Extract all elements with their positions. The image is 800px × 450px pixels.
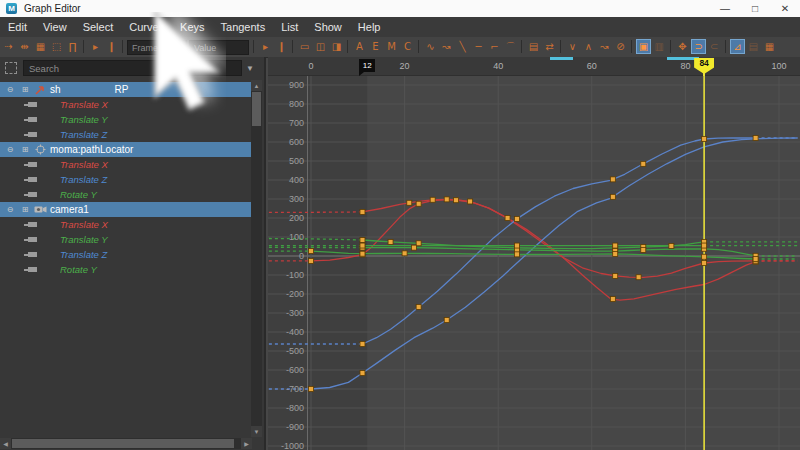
move-nearest-picked-key-tool[interactable]: ✥ <box>675 39 690 54</box>
free-tangent-weight-icon[interactable]: ↝ <box>597 39 612 54</box>
keyframe[interactable] <box>430 197 435 202</box>
horizontal-scrollbar[interactable]: ◀ ▶ <box>0 438 252 449</box>
sh_RP.translateX-curve[interactable] <box>363 199 756 300</box>
frame-field[interactable] <box>127 40 187 55</box>
show-value-stats-icon[interactable]: ◨ <box>329 39 344 54</box>
outliner-channel-row[interactable]: Translate Y <box>0 112 254 127</box>
keyframe[interactable] <box>416 201 421 206</box>
next-key-icon[interactable]: ▸ <box>258 39 273 54</box>
camera1.rotateY-curve[interactable] <box>311 251 756 259</box>
unify-tangents-icon[interactable]: ∧ <box>581 39 596 54</box>
value-field[interactable] <box>189 40 249 55</box>
graph-editor-mode[interactable]: ⊿ <box>730 39 745 54</box>
menu-curves[interactable]: Curves <box>121 17 172 37</box>
swap-buffer-icon[interactable]: ⇄ <box>542 39 557 54</box>
dope-sheet-mode[interactable]: ▤ <box>746 39 761 54</box>
bookmark-frame-flag[interactable]: 12 <box>359 59 375 72</box>
buffer-snapshot-icon[interactable]: ▤ <box>526 39 541 54</box>
menu-list[interactable]: List <box>273 17 306 37</box>
collapse-icon[interactable]: ⊖ <box>5 85 15 94</box>
keyframe[interactable] <box>416 304 421 309</box>
keyframe[interactable] <box>309 258 314 263</box>
keyframe[interactable] <box>468 199 473 204</box>
keyframe[interactable] <box>309 249 314 254</box>
minimize-button[interactable]: — <box>710 0 740 17</box>
keyframe[interactable] <box>702 136 707 141</box>
time-snap-toggle[interactable]: ⊃ <box>691 39 706 54</box>
outliner-channel-row[interactable]: Translate X <box>0 157 254 172</box>
keyframe[interactable] <box>514 243 519 248</box>
retime-tool[interactable]: ∏ <box>65 39 80 54</box>
keyframe[interactable] <box>388 239 393 244</box>
lock-tangent-weight-icon[interactable]: ⊘ <box>613 39 628 54</box>
vertical-scrollbar-thumb[interactable] <box>252 92 261 126</box>
keyframe[interactable] <box>613 251 618 256</box>
outliner-node-row[interactable]: ⊖⊞shRP <box>0 82 254 97</box>
expand-icon[interactable]: ⊞ <box>20 205 30 214</box>
keyframe[interactable] <box>636 275 641 280</box>
outliner-channel-row[interactable]: Translate Z <box>0 127 254 142</box>
move-keys-tool[interactable]: ⇢ <box>1 39 16 54</box>
keyframe[interactable] <box>753 136 758 141</box>
menu-show[interactable]: Show <box>306 17 350 37</box>
outliner-channel-row[interactable]: Translate X <box>0 217 254 232</box>
region-keys-tool[interactable]: ⬚ <box>49 39 64 54</box>
scroll-right-icon[interactable]: ▶ <box>241 438 252 449</box>
horizontal-scrollbar-thumb[interactable] <box>12 439 234 448</box>
current-frame-flag[interactable]: 84 <box>694 58 714 74</box>
lattice-deform-keys-tool[interactable]: ▦ <box>33 39 48 54</box>
maximize-button[interactable]: □ <box>740 0 770 17</box>
spreadsheet-mode[interactable]: ▦ <box>762 39 777 54</box>
keyframe[interactable] <box>613 243 618 248</box>
linear-tangents-icon[interactable]: ╲ <box>455 39 470 54</box>
scroll-up-icon[interactable]: ▲ <box>251 80 262 91</box>
plateau-tangents-icon[interactable]: ⌒ <box>503 39 518 54</box>
tangent-preset-e-icon[interactable]: E <box>368 39 383 54</box>
absolute-view-toggle[interactable]: ▣ <box>636 39 651 54</box>
menu-view[interactable]: View <box>35 17 75 37</box>
outliner-node-row[interactable]: ⊖⊞moma:pathLocator <box>0 142 254 157</box>
outliner-channel-row[interactable]: Translate Z <box>0 247 254 262</box>
value-snap-toggle[interactable]: ⊂ <box>707 39 722 54</box>
insert-keys-tool[interactable]: ⇹ <box>17 39 32 54</box>
scroll-left-icon[interactable]: ◀ <box>0 438 11 449</box>
outliner-channel-row[interactable]: Translate Y <box>0 232 254 247</box>
tangent-preset-a-icon[interactable]: A <box>352 39 367 54</box>
keyframe[interactable] <box>444 197 449 202</box>
menu-help[interactable]: Help <box>350 17 389 37</box>
selection-filter-icon[interactable] <box>5 62 17 74</box>
vertical-scrollbar[interactable]: ▲ ▼ <box>251 80 262 437</box>
keyframe[interactable] <box>753 257 758 262</box>
keyframe[interactable] <box>411 245 416 250</box>
keyframe[interactable] <box>610 177 615 182</box>
keyframe[interactable] <box>641 247 646 252</box>
keyframe[interactable] <box>514 216 519 221</box>
keyframe[interactable] <box>702 261 707 266</box>
keyframe[interactable] <box>669 243 674 248</box>
menu-keys[interactable]: Keys <box>172 17 212 37</box>
keyframe[interactable] <box>360 371 365 376</box>
keyframe[interactable] <box>402 251 407 256</box>
graph-canvas[interactable]: -1000-900-800-700-600-500-400-300-200-10… <box>268 76 800 450</box>
chevron-down-icon[interactable]: ▼ <box>246 64 254 73</box>
keyframe[interactable] <box>360 238 365 243</box>
keyframe[interactable] <box>444 318 449 323</box>
keyframe[interactable] <box>360 209 365 214</box>
expand-icon[interactable]: ⊞ <box>20 85 30 94</box>
collapse-icon[interactable]: ⊖ <box>5 145 15 154</box>
scroll-down-icon[interactable]: ▼ <box>251 426 262 437</box>
keyframe[interactable] <box>360 341 365 346</box>
outliner-channel-row[interactable]: Rotate Y <box>0 262 254 277</box>
keyframe[interactable] <box>360 243 365 248</box>
keyframe[interactable] <box>416 241 421 246</box>
next-key-icon[interactable]: ▸ <box>88 39 103 54</box>
outliner-channel-row[interactable]: Rotate Y <box>0 187 254 202</box>
keyframe[interactable] <box>407 200 412 205</box>
menu-edit[interactable]: Edit <box>0 17 35 37</box>
keyframe[interactable] <box>514 252 519 257</box>
step-tangents-icon[interactable]: ⌐ <box>487 39 502 54</box>
keyframe[interactable] <box>641 161 646 166</box>
close-button[interactable]: ✕ <box>770 0 800 17</box>
keyframe[interactable] <box>610 194 615 199</box>
keyframe[interactable] <box>613 273 618 278</box>
